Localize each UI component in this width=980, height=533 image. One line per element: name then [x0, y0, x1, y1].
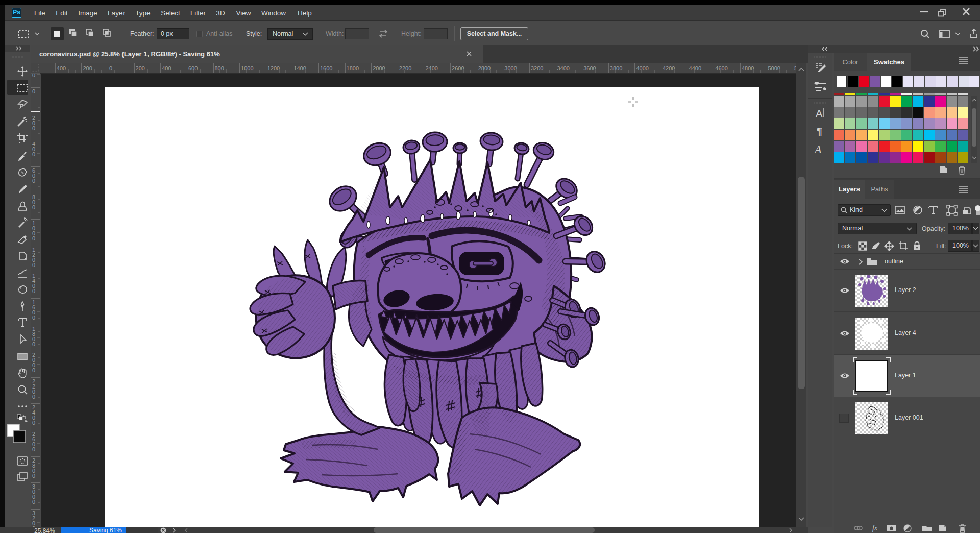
svg-text:A: A [816, 108, 823, 119]
svg-text:A: A [814, 143, 822, 156]
svg-text:¶: ¶ [817, 126, 822, 137]
svg-text:fx: fx [872, 524, 878, 532]
